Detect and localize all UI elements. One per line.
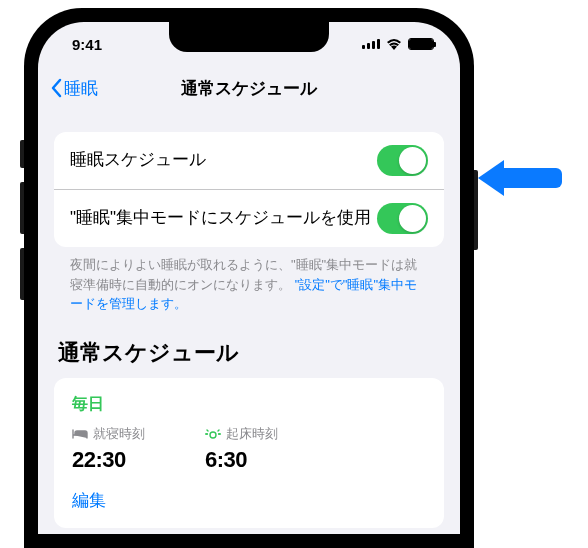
settings-group: 睡眠スケジュール "睡眠"集中モードにスケジュールを使用	[54, 132, 444, 247]
svg-point-0	[210, 432, 216, 438]
chevron-left-icon	[50, 78, 62, 98]
row-focus-mode: "睡眠"集中モードにスケジュールを使用	[54, 189, 444, 247]
wake-label: 起床時刻	[226, 425, 278, 443]
row-label: 睡眠スケジュール	[70, 149, 377, 171]
bedtime-label: 就寝時刻	[93, 425, 145, 443]
wifi-icon	[386, 38, 402, 50]
callout-arrow	[478, 160, 562, 196]
toggle-focus-mode[interactable]	[377, 203, 428, 234]
page-title: 通常スケジュール	[181, 77, 317, 100]
back-label: 睡眠	[64, 77, 98, 100]
notch	[169, 22, 329, 52]
schedule-days: 毎日	[72, 394, 426, 415]
cellular-icon	[362, 39, 380, 49]
svg-point-2	[218, 433, 220, 435]
wake-column: 起床時刻 6:30	[205, 425, 278, 473]
battery-icon	[408, 38, 434, 50]
schedule-card: 毎日 就寝時刻 22:30	[54, 378, 444, 528]
alarm-icon	[205, 428, 221, 440]
toggle-sleep-schedule[interactable]	[377, 145, 428, 176]
bedtime-column: 就寝時刻 22:30	[72, 425, 145, 473]
back-button[interactable]: 睡眠	[50, 77, 98, 100]
bed-icon	[72, 428, 88, 440]
bedtime-value: 22:30	[72, 447, 145, 473]
section-header: 通常スケジュール	[54, 314, 444, 378]
nav-bar: 睡眠 通常スケジュール	[38, 66, 460, 110]
footer-text: 夜間によりよい睡眠が取れるように、"睡眠"集中モードは就寝準備時に自動的にオンに…	[54, 247, 444, 314]
wake-value: 6:30	[205, 447, 278, 473]
row-sleep-schedule: 睡眠スケジュール	[54, 132, 444, 189]
phone-frame: 9:41 睡眠 通常スケジュール	[24, 8, 474, 548]
status-time: 9:41	[72, 36, 102, 53]
edit-button[interactable]: 編集	[72, 489, 426, 512]
row-label: "睡眠"集中モードにスケジュールを使用	[70, 207, 377, 229]
svg-point-1	[206, 433, 208, 435]
